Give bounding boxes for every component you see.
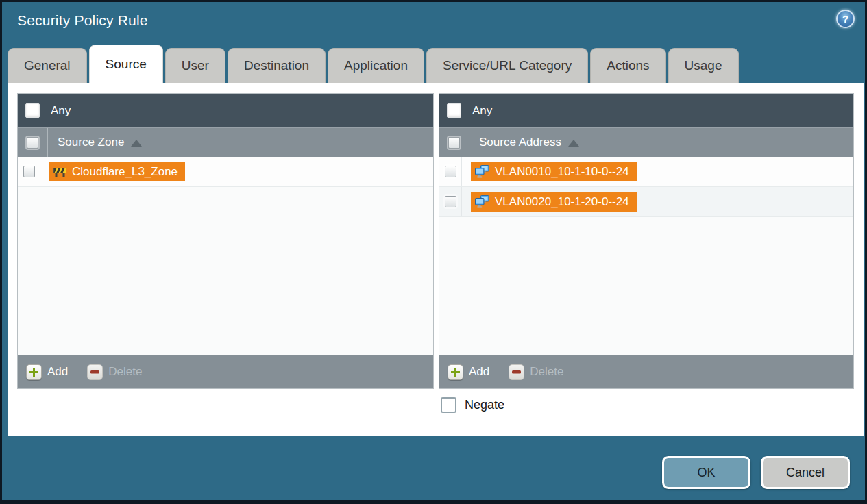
table-row[interactable]: Cloudflare_L3_Zone <box>18 157 433 187</box>
address-object-chip[interactable]: VLAN0010_10-1-10-0--24 <box>471 162 637 181</box>
zone-object-chip[interactable]: Cloudflare_L3_Zone <box>49 162 185 181</box>
source-address-any-checkbox[interactable] <box>447 103 461 118</box>
address-object-chip[interactable]: VLAN0020_10-1-20-0--24 <box>471 192 637 212</box>
column-divider <box>469 128 469 158</box>
help-icon[interactable]: ? <box>836 10 855 28</box>
source-address-panel: Any Source Address <box>439 93 854 389</box>
source-zone-select-all-checkbox[interactable] <box>27 137 38 149</box>
tab-source[interactable]: Source <box>89 45 163 83</box>
plus-icon <box>448 364 463 380</box>
source-tab-content: Any Source Zone <box>8 83 864 436</box>
tab-user[interactable]: User <box>165 48 225 83</box>
sort-ascending-icon[interactable] <box>568 140 579 147</box>
tab-usage[interactable]: Usage <box>668 48 739 83</box>
row-checkbox[interactable] <box>445 196 456 207</box>
zone-icon <box>53 166 66 177</box>
address-name: VLAN0010_10-1-10-0--24 <box>495 165 629 179</box>
add-label: Add <box>469 365 489 379</box>
source-zone-footer: Add Delete <box>18 355 433 388</box>
negate-option: Negate <box>441 397 504 413</box>
source-zone-any-checkbox[interactable] <box>25 103 40 118</box>
row-checkbox-cell <box>439 157 462 186</box>
source-zone-panel: Any Source Zone <box>17 93 434 389</box>
row-checkbox[interactable] <box>23 166 35 177</box>
source-address-any-row: Any <box>439 94 853 127</box>
table-row[interactable]: VLAN0020_10-1-20-0--24 <box>439 187 853 217</box>
tab-bar: General Source User Destination Applicat… <box>8 45 859 83</box>
tab-service-url-category[interactable]: Service/URL Category <box>426 48 588 83</box>
tab-actions[interactable]: Actions <box>590 48 665 83</box>
delete-label: Delete <box>530 365 563 379</box>
source-address-column-header[interactable]: Source Address <box>439 127 853 157</box>
minus-icon <box>87 364 103 380</box>
source-address-any-label: Any <box>472 104 492 118</box>
source-zone-any-label: Any <box>51 104 71 118</box>
negate-label: Negate <box>465 398 504 412</box>
column-divider <box>47 128 48 158</box>
zone-name: Cloudflare_L3_Zone <box>72 165 178 179</box>
cancel-button[interactable]: Cancel <box>761 456 850 489</box>
table-row[interactable]: VLAN0010_10-1-10-0--24 <box>439 157 853 187</box>
row-checkbox-cell <box>18 157 40 186</box>
row-checkbox[interactable] <box>445 166 456 177</box>
source-zone-column-label: Source Zone <box>58 136 124 149</box>
negate-checkbox[interactable] <box>441 397 456 413</box>
source-address-column-label: Source Address <box>479 136 561 149</box>
tab-application[interactable]: Application <box>328 48 424 83</box>
minus-icon <box>509 364 524 380</box>
add-button[interactable]: Add <box>448 364 489 380</box>
source-address-footer: Add Delete <box>439 355 853 388</box>
delete-label: Delete <box>108 365 142 379</box>
source-zone-list: Cloudflare_L3_Zone <box>18 157 433 355</box>
row-checkbox-cell <box>439 187 462 216</box>
source-address-list: VLAN0010_10-1-10-0--24 <box>439 157 853 355</box>
add-button[interactable]: Add <box>26 364 68 380</box>
address-name: VLAN0020_10-1-20-0--24 <box>495 195 629 209</box>
source-zone-any-row: Any <box>18 94 433 127</box>
plus-icon <box>26 364 42 380</box>
source-address-select-all-checkbox[interactable] <box>448 137 460 149</box>
tab-general[interactable]: General <box>8 48 87 83</box>
address-icon <box>475 195 489 208</box>
security-policy-rule-dialog: Security Policy Rule ? General Source Us… <box>0 0 867 504</box>
ok-button[interactable]: OK <box>662 456 750 489</box>
tab-destination[interactable]: Destination <box>228 48 326 83</box>
sort-ascending-icon[interactable] <box>131 140 142 147</box>
address-icon <box>475 165 489 178</box>
source-zone-column-header[interactable]: Source Zone <box>18 127 433 157</box>
delete-button[interactable]: Delete <box>509 364 563 380</box>
dialog-title: Security Policy Rule <box>17 12 148 29</box>
add-label: Add <box>47 365 68 379</box>
delete-button[interactable]: Delete <box>87 364 142 380</box>
